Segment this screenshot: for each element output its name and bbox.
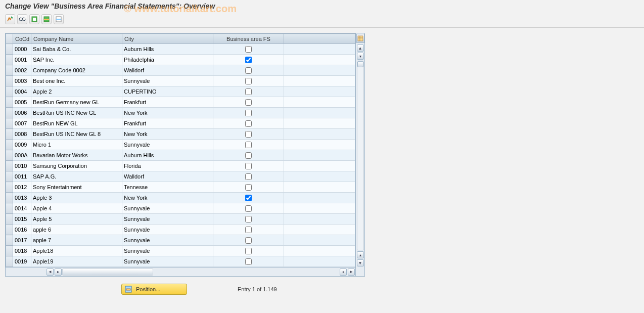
business-area-fs-checkbox[interactable] <box>245 237 252 244</box>
position-button[interactable]: Position... <box>121 284 187 295</box>
row-selector[interactable] <box>6 225 13 235</box>
business-area-fs-checkbox[interactable] <box>245 57 252 63</box>
cell-business-area-fs[interactable] <box>213 76 284 86</box>
row-selector[interactable] <box>6 235 13 246</box>
cell-business-area-fs[interactable] <box>213 182 284 193</box>
scroll-right-button[interactable]: ► <box>348 269 355 276</box>
cell-company-name[interactable]: SAP Inc. <box>31 55 122 65</box>
cell-cocd[interactable]: 0008 <box>13 129 31 140</box>
cell-company-name[interactable]: Apple 4 <box>31 203 122 214</box>
table-row[interactable]: 0013Apple 3New York <box>6 193 355 203</box>
cell-business-area-fs[interactable] <box>213 140 284 150</box>
cell-city[interactable]: Walldorf <box>122 65 213 76</box>
v-scroll-thumb[interactable] <box>357 61 363 67</box>
business-area-fs-checkbox[interactable] <box>245 131 252 138</box>
scroll-col-right-button[interactable]: ◂ <box>340 269 347 276</box>
cell-cocd[interactable]: 0003 <box>13 76 31 86</box>
row-selector[interactable] <box>6 65 13 76</box>
row-selector[interactable] <box>6 171 13 182</box>
cell-cocd[interactable]: 0000 <box>13 44 31 55</box>
cell-company-name[interactable]: Sony Entertainment <box>31 182 122 193</box>
cell-business-area-fs[interactable] <box>213 246 284 256</box>
business-area-fs-checkbox[interactable] <box>245 99 252 106</box>
cell-cocd[interactable]: 0015 <box>13 214 31 225</box>
cell-company-name[interactable]: SAP A.G. <box>31 171 122 182</box>
column-header-business-area-fs[interactable]: Business area FS <box>213 34 284 44</box>
cell-company-name[interactable]: apple 7 <box>31 235 122 246</box>
row-selector[interactable] <box>6 182 13 193</box>
cell-company-name[interactable]: BestRun NEW GL <box>31 118 122 129</box>
cell-business-area-fs[interactable] <box>213 150 284 161</box>
row-selector[interactable] <box>6 118 13 129</box>
cell-city[interactable]: Sunnyvale <box>122 203 213 214</box>
business-area-fs-checkbox[interactable] <box>245 173 252 180</box>
business-area-fs-checkbox[interactable] <box>245 163 252 169</box>
cell-city[interactable]: CUPERTINO <box>122 86 213 97</box>
cell-cocd[interactable]: 0004 <box>13 86 31 97</box>
cell-company-name[interactable]: Best one Inc. <box>31 76 122 86</box>
business-area-fs-checkbox[interactable] <box>245 227 252 233</box>
cell-business-area-fs[interactable] <box>213 86 284 97</box>
row-selector[interactable] <box>6 108 13 118</box>
table-row[interactable]: 0010Samsung CorporationFlorida <box>6 161 355 171</box>
scroll-up-button[interactable]: ▲ <box>357 44 364 52</box>
table-settings-button[interactable] <box>356 34 364 43</box>
cell-cocd[interactable]: 0016 <box>13 225 31 235</box>
cell-city[interactable]: Sunnyvale <box>122 246 213 256</box>
cell-city[interactable]: Auburn Hills <box>122 44 213 55</box>
cell-cocd[interactable]: 0006 <box>13 108 31 118</box>
row-selector[interactable] <box>6 86 13 97</box>
cell-company-name[interactable]: Company Code 0002 <box>31 65 122 76</box>
table-row[interactable]: 0006BestRun US INC New GLNew York <box>6 108 355 118</box>
business-area-fs-checkbox[interactable] <box>245 78 252 84</box>
v-scroll-track[interactable] <box>357 61 364 250</box>
cell-cocd[interactable]: 0018 <box>13 246 31 256</box>
row-selector[interactable] <box>6 55 13 65</box>
cell-business-area-fs[interactable] <box>213 129 284 140</box>
cell-company-name[interactable]: Apple 3 <box>31 193 122 203</box>
cell-city[interactable]: Sunnyvale <box>122 235 213 246</box>
row-selector[interactable] <box>6 44 13 55</box>
table-row[interactable]: 0016apple 6Sunnyvale <box>6 225 355 235</box>
cell-cocd[interactable]: 0019 <box>13 256 31 267</box>
cell-company-name[interactable]: Bavarian Motor Works <box>31 150 122 161</box>
table-row[interactable]: 0009Micro 1Sunnyvale <box>6 140 355 150</box>
cell-cocd[interactable]: 0005 <box>13 97 31 108</box>
h-scroll-track[interactable] <box>62 269 153 276</box>
cell-cocd[interactable]: 0012 <box>13 182 31 193</box>
cell-city[interactable]: Tennesse <box>122 182 213 193</box>
table-row[interactable]: 0011SAP A.G.Walldorf <box>6 171 355 182</box>
cell-company-name[interactable]: BestRun US INC New GL 8 <box>31 129 122 140</box>
cell-business-area-fs[interactable] <box>213 225 284 235</box>
cell-company-name[interactable]: apple 6 <box>31 225 122 235</box>
row-selector[interactable] <box>6 193 13 203</box>
cell-city[interactable]: Auburn Hills <box>122 150 213 161</box>
row-selector[interactable] <box>6 246 13 256</box>
cell-business-area-fs[interactable] <box>213 171 284 182</box>
row-selector[interactable] <box>6 203 13 214</box>
cell-city[interactable]: Sunnyvale <box>122 214 213 225</box>
table-row[interactable]: 0005BestRun Germany new GLFrankfurt <box>6 97 355 108</box>
business-area-fs-checkbox[interactable] <box>245 195 252 201</box>
cell-cocd[interactable]: 0010 <box>13 161 31 171</box>
business-area-fs-checkbox[interactable] <box>245 110 252 116</box>
cell-cocd[interactable]: 0002 <box>13 65 31 76</box>
cell-cocd[interactable]: 0017 <box>13 235 31 246</box>
row-selector[interactable] <box>6 76 13 86</box>
table-row[interactable]: 0015Apple 5Sunnyvale <box>6 214 355 225</box>
cell-company-name[interactable]: Sai Baba & Co. <box>31 44 122 55</box>
table-row[interactable]: 0002Company Code 0002Walldorf <box>6 65 355 76</box>
cell-city[interactable]: Philadelphia <box>122 55 213 65</box>
row-selector-header[interactable] <box>6 34 13 44</box>
business-area-fs-checkbox[interactable] <box>245 142 252 148</box>
cell-company-name[interactable]: Samsung Corporation <box>31 161 122 171</box>
cell-city[interactable]: New York <box>122 129 213 140</box>
cell-cocd[interactable]: 0014 <box>13 203 31 214</box>
cell-business-area-fs[interactable] <box>213 44 284 55</box>
cell-city[interactable]: Sunnyvale <box>122 76 213 86</box>
other-view-button[interactable] <box>17 14 27 24</box>
table-row[interactable]: 0007BestRun NEW GLFrankfurt <box>6 118 355 129</box>
table-row[interactable]: 0004Apple 2CUPERTINO <box>6 86 355 97</box>
cell-cocd[interactable]: 0009 <box>13 140 31 150</box>
cell-city[interactable]: Frankfurt <box>122 97 213 108</box>
